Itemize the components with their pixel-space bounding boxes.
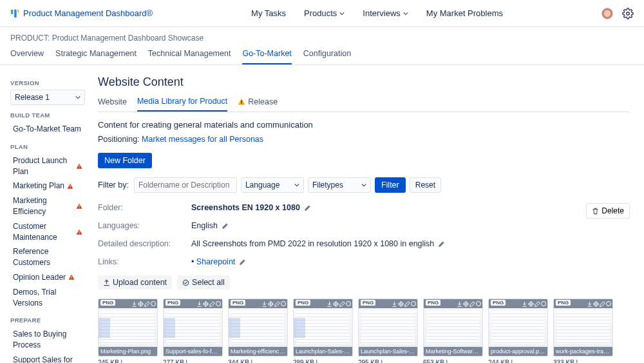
sidebar-plan-item[interactable]: Marketing Plan bbox=[10, 179, 85, 193]
select-icon[interactable] bbox=[216, 301, 221, 306]
move-icon[interactable] bbox=[203, 301, 209, 307]
move-icon[interactable] bbox=[268, 301, 274, 307]
sidebar-plan-item[interactable]: Marketing Efficiency bbox=[10, 193, 85, 219]
svg-rect-11 bbox=[79, 233, 80, 233]
avatar[interactable] bbox=[601, 8, 613, 19]
lang-value: English bbox=[191, 221, 218, 230]
nav-products[interactable]: Products bbox=[304, 8, 345, 18]
card-meta: 295 KB | 1920x1080px bbox=[358, 358, 418, 363]
media-card[interactable]: PNG Launchplan-Sales-Mat... 289 KB | 192… bbox=[293, 299, 353, 363]
select-icon[interactable] bbox=[476, 301, 481, 306]
edit-icon[interactable] bbox=[469, 301, 475, 307]
gear-icon[interactable] bbox=[622, 8, 634, 19]
version-select[interactable]: Release 1 bbox=[10, 90, 85, 105]
sidebar-plan-item[interactable]: Product Launch Plan bbox=[10, 153, 85, 179]
thumb-caption: product-approval.png bbox=[489, 347, 547, 356]
edit-icon[interactable] bbox=[600, 301, 605, 307]
language-select[interactable]: Language bbox=[241, 177, 304, 193]
top-header: Product Management Dashboard® My Tasks P… bbox=[0, 0, 644, 27]
select-all-button[interactable]: Select all bbox=[177, 275, 230, 289]
reset-button[interactable]: Reset bbox=[410, 177, 441, 193]
move-icon[interactable] bbox=[398, 301, 404, 307]
filter-button[interactable]: Filter bbox=[375, 177, 406, 193]
file-type-badge: PNG bbox=[361, 300, 375, 306]
positioning-link[interactable]: Market messages for all Personas bbox=[142, 135, 263, 144]
media-card[interactable]: PNG Marketing-Software.png 653 KB | 1920… bbox=[423, 299, 483, 363]
meta-links-val: Sharepoint bbox=[191, 257, 586, 266]
move-icon[interactable] bbox=[593, 301, 599, 307]
filter-input[interactable] bbox=[134, 177, 237, 193]
tab-gtm[interactable]: Go-To-Market bbox=[242, 49, 291, 64]
thumb-caption: Support-sales-fo-forecast... bbox=[164, 347, 222, 356]
edit-icon[interactable] bbox=[535, 301, 540, 307]
pencil-icon[interactable] bbox=[304, 204, 311, 211]
move-icon[interactable] bbox=[333, 301, 339, 307]
sidebar-plan-label: Marketing Efficiency bbox=[13, 195, 73, 217]
move-icon[interactable] bbox=[528, 301, 534, 307]
move-icon[interactable] bbox=[463, 301, 469, 307]
download-icon[interactable] bbox=[131, 301, 137, 307]
media-card[interactable]: PNG Support-sales-fo-forecast... 277 KB … bbox=[163, 299, 223, 363]
download-icon[interactable] bbox=[327, 301, 332, 307]
select-icon[interactable] bbox=[151, 301, 156, 306]
nav-interviews[interactable]: Interviews bbox=[363, 8, 408, 18]
edit-icon[interactable] bbox=[339, 301, 345, 307]
move-icon[interactable] bbox=[138, 301, 144, 307]
download-icon[interactable] bbox=[457, 301, 462, 307]
download-icon[interactable] bbox=[587, 301, 592, 307]
select-icon[interactable] bbox=[281, 301, 286, 306]
filetypes-select[interactable]: Filetypes bbox=[308, 177, 371, 193]
sidebar-plan-item[interactable]: Reference Customers bbox=[10, 244, 85, 270]
upload-button[interactable]: Upload content bbox=[98, 275, 172, 289]
trash-icon bbox=[592, 208, 599, 215]
card-meta: 344 KB | 1920x1080px bbox=[228, 358, 288, 363]
media-card[interactable]: PNG work-packages-transfer... 333 KB | 1… bbox=[553, 299, 613, 363]
warning-icon bbox=[67, 183, 73, 190]
edit-icon[interactable] bbox=[144, 301, 150, 307]
edit-icon[interactable] bbox=[404, 301, 410, 307]
select-icon[interactable] bbox=[346, 301, 351, 306]
tab-config[interactable]: Configuration bbox=[303, 49, 351, 64]
download-icon[interactable] bbox=[196, 301, 202, 307]
subtab-release[interactable]: Release bbox=[238, 97, 278, 112]
detail-value: All Screenshots from PMD 2022 in resolut… bbox=[191, 239, 434, 248]
sharepoint-link[interactable]: Sharepoint bbox=[191, 257, 235, 266]
pencil-icon[interactable] bbox=[438, 240, 445, 248]
media-card[interactable]: PNG Launchplan-Sales-Mate... 295 KB | 19… bbox=[358, 299, 418, 363]
sidebar-plan-item[interactable]: Opinion Leader bbox=[10, 270, 85, 285]
file-type-badge: PNG bbox=[426, 300, 440, 306]
download-icon[interactable] bbox=[392, 301, 397, 307]
tab-technical[interactable]: Technical Management bbox=[148, 49, 231, 64]
pencil-icon[interactable] bbox=[239, 259, 246, 266]
edit-icon[interactable] bbox=[209, 301, 215, 307]
pencil-icon[interactable] bbox=[222, 222, 229, 230]
select-icon[interactable] bbox=[541, 301, 546, 306]
sidebar-plan-item[interactable]: Customer Maintenance bbox=[10, 219, 85, 245]
tab-strategic[interactable]: Strategic Management bbox=[55, 49, 137, 64]
svg-rect-24 bbox=[242, 101, 242, 103]
edit-icon[interactable] bbox=[274, 301, 280, 307]
subtab-media[interactable]: Media Library for Product bbox=[137, 97, 227, 112]
sb-plan-title: PLAN bbox=[10, 143, 85, 150]
download-icon[interactable] bbox=[261, 301, 267, 307]
content: Website Content Website Media Library fo… bbox=[90, 65, 644, 363]
delete-button[interactable]: Delete bbox=[586, 203, 630, 219]
select-icon[interactable] bbox=[411, 301, 416, 306]
media-card[interactable]: PNG Marketing-efficiency.png 344 KB | 19… bbox=[228, 299, 288, 363]
sidebar-prepare-item[interactable]: Sales to Buying Process bbox=[10, 327, 85, 353]
nav-my-market-problems[interactable]: My Market Problems bbox=[426, 8, 503, 18]
sidebar-plan-item[interactable]: Demos, Trial Versions bbox=[10, 285, 85, 311]
media-card[interactable]: PNG Marketing-Plan.png 245 KB | 1920x108… bbox=[98, 299, 158, 363]
breadcrumb-text: PRODUCT: Product Management Dashboard Sh… bbox=[10, 34, 204, 43]
sidebar-prepare-item[interactable]: Support Sales for Forecast bbox=[10, 353, 85, 363]
sidebar-item-build-team[interactable]: Go-To-Market Team bbox=[10, 122, 85, 137]
media-card[interactable]: PNG product-approval.png 244 KB | 1920x1… bbox=[488, 299, 548, 363]
nav-my-tasks[interactable]: My Tasks bbox=[251, 8, 286, 18]
new-folder-button[interactable]: New Folder bbox=[98, 153, 152, 168]
subtab-website[interactable]: Website bbox=[98, 97, 127, 112]
select-icon[interactable] bbox=[606, 301, 611, 306]
brand: Product Management Dashboard® bbox=[10, 8, 153, 18]
sb-build-team-label: Go-To-Market Team bbox=[13, 124, 81, 135]
download-icon[interactable] bbox=[522, 301, 527, 307]
tab-overview[interactable]: Overview bbox=[10, 49, 44, 64]
